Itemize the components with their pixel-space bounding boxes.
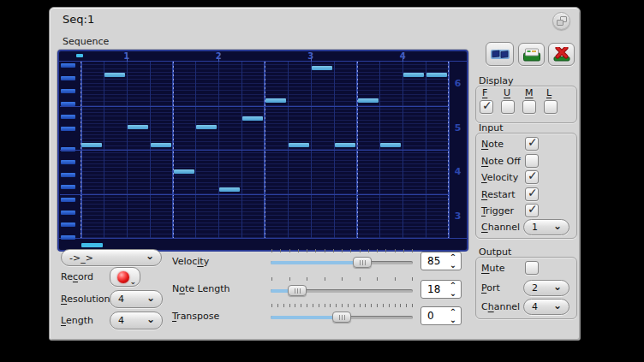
velocity-label: Velocity [172,256,209,267]
note-bar[interactable] [81,143,102,147]
note-bar[interactable] [242,116,263,121]
note-bar[interactable] [265,98,286,103]
rename-button[interactable] [518,43,545,66]
output-port-select[interactable]: 2 ⌄ [523,280,569,296]
note-length-label: Note Length [172,283,230,294]
note-bar[interactable] [426,73,447,77]
chevron-down-icon: ⌄ [146,313,155,325]
input-option-checkbox-velocity[interactable] [525,170,539,184]
length-select[interactable]: 4 ⌄ [110,312,163,329]
octave-line [60,150,449,151]
note-bar[interactable] [403,73,424,77]
note-length-spinbox[interactable]: 18 ⌃⌄ [420,280,462,299]
velocity-spinbox[interactable]: 85 ⌃⌄ [420,252,462,270]
restore-button[interactable] [552,12,570,30]
resolution-label: Resolution [61,294,110,305]
resolution-select[interactable]: 4 ⌄ [110,290,163,308]
note-bar[interactable] [312,66,332,70]
slider-tick [283,304,284,307]
slider-tick [325,249,325,252]
display-option-label-l: L [546,87,552,98]
input-option-checkbox-note[interactable] [525,137,539,151]
slider-tick [412,277,413,281]
input-channel-select[interactable]: 1 ⌄ [523,219,569,235]
output-channel-label: Channel [481,301,520,312]
record-label: Record [61,271,93,282]
transpose-spinbox[interactable]: 0 ⌃⌄ [420,306,462,325]
slider-tick [319,304,319,307]
slider-tick [360,277,361,281]
input-option-checkbox-note-off[interactable] [525,154,539,168]
chevron-down-icon: ⌄ [553,300,562,312]
spin-arrows-icon[interactable]: ⌃⌄ [448,306,458,325]
slider-tick [406,304,407,307]
note-bar[interactable] [358,98,379,103]
playback-cursor [81,243,103,247]
slider-tick [330,304,331,307]
delete-button[interactable] [548,43,575,66]
key-mark [61,127,75,131]
note-length-slider[interactable] [271,284,413,296]
slider-tick [295,304,295,307]
position-marker [76,54,83,57]
note-bar[interactable] [335,143,355,147]
window-title: Seq:1 [63,13,94,26]
slider-tick [325,277,325,281]
output-channel-select[interactable]: 4 ⌄ [523,299,569,315]
note-bar[interactable] [380,143,401,147]
slider-tick [365,304,366,307]
note-bar[interactable] [289,143,309,147]
output-channel-value: 4 [532,301,538,312]
slider-tick [395,277,396,281]
slider-tick [377,249,378,252]
display-option-checkbox-m[interactable] [522,100,536,114]
resolution-value: 4 [118,294,124,305]
note-bar[interactable] [196,125,217,129]
slider-tick [313,304,313,307]
key-mark [61,160,75,164]
note-bar[interactable] [219,187,240,192]
output-mute-checkbox[interactable] [525,261,539,275]
slider-tick [360,304,361,307]
record-button[interactable]: ⌄ [110,267,140,287]
note-bar[interactable] [174,169,194,174]
slider-tick [371,304,372,307]
display-option-checkbox-l[interactable] [544,100,558,114]
slider-handle[interactable] [332,312,351,323]
transpose-label: Transpose [172,311,219,322]
note-bar[interactable] [151,143,171,147]
velocity-slider[interactable] [271,256,413,268]
slider-tick [389,304,390,307]
duplicate-button[interactable] [486,42,514,66]
transpose-slider[interactable] [271,311,413,323]
slider-tick [395,304,396,307]
output-mute-label: Mute [481,263,505,274]
spin-arrows-icon[interactable]: ⌃⌄ [448,280,458,299]
slider-fill [271,261,362,264]
display-option-checkbox-u[interactable] [501,100,515,114]
slider-tick [271,277,272,281]
slider-groove[interactable] [271,261,413,264]
slider-tick [350,249,351,252]
note-bar[interactable] [128,125,148,129]
sequence-grid[interactable]: 12346543 [57,50,468,252]
length-label: Length [61,315,93,326]
slider-tick [348,304,349,307]
slider-tick [289,249,290,252]
spin-arrows-icon[interactable]: ⌃⌄ [448,252,458,270]
note-bar[interactable] [104,73,125,77]
slider-tick [336,304,337,307]
slider-tick [289,304,290,307]
input-channel-label: Channel [481,222,520,233]
output-port-label: Port [481,282,500,294]
input-option-checkbox-trigger[interactable] [525,204,539,217]
display-option-label-m: M [525,87,534,98]
input-option-checkbox-restart[interactable] [525,187,539,201]
slider-handle[interactable] [288,285,307,296]
octave-label: 5 [449,122,467,134]
loop-mode-select[interactable]: ->_> ⌄ [61,249,162,266]
chevron-down-icon: ⌄ [553,220,562,232]
slider-handle[interactable] [353,257,372,268]
key-mark [61,89,75,93]
display-option-checkbox-f[interactable] [480,100,493,114]
